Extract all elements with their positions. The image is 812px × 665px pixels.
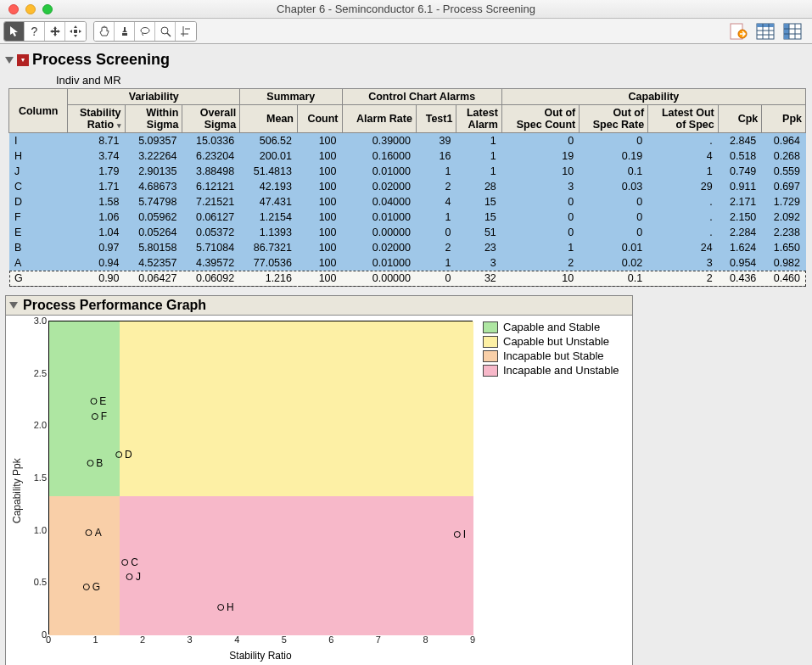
table-cell: 0.749 <box>718 164 762 179</box>
table-row[interactable]: J1.792.901353.8849851.48131000.010001110… <box>9 164 806 179</box>
col-header-mean[interactable]: Mean <box>240 105 298 133</box>
table-cell: 0.16000 <box>342 148 416 164</box>
zoom-icon[interactable] <box>42 4 53 14</box>
table-row[interactable]: F1.060.059620.061271.21541000.0100011500… <box>9 210 806 225</box>
magnifier-tool-icon[interactable] <box>155 22 176 41</box>
brush-tool-icon[interactable] <box>115 22 135 41</box>
data-point[interactable]: E <box>90 395 106 407</box>
table-cell: 5.74798 <box>125 194 182 210</box>
col-header-out-spec-count[interactable]: Out of Spec Count <box>501 105 579 133</box>
disclosure-triangle-icon[interactable] <box>9 302 18 309</box>
col-header-out-spec-rate[interactable]: Out of Spec Rate <box>580 105 648 133</box>
table-cell: 1.729 <box>762 194 806 210</box>
table-cell: 51 <box>456 225 501 240</box>
table-cell: 0 <box>580 133 648 149</box>
table-cell: H <box>9 148 68 164</box>
table-row[interactable]: C1.714.686736.1212142.1931000.0200022830… <box>9 179 806 194</box>
table-cell: 3.22264 <box>125 148 182 164</box>
minimize-icon[interactable] <box>25 4 36 14</box>
table-cell: 3 <box>501 179 579 194</box>
table-cell: 4 <box>416 194 456 210</box>
table-cell: 0.01000 <box>342 210 416 225</box>
export-script-icon[interactable] <box>727 20 749 42</box>
table-cell: 2.284 <box>718 225 762 240</box>
table-cell: 5.09357 <box>125 133 182 149</box>
table-cell: 28 <box>456 179 501 194</box>
table-row[interactable]: G0.900.064270.060921.2161000.00000032100… <box>9 271 806 287</box>
crosshair-tool-icon[interactable] <box>176 22 196 41</box>
table-cell: 8.71 <box>68 133 125 149</box>
disclosure-triangle-icon[interactable] <box>5 57 14 64</box>
svg-rect-9 <box>757 24 774 27</box>
table-row[interactable]: E1.040.052640.053721.13931000.0000005100… <box>9 225 806 240</box>
table-row[interactable]: I8.715.0935715.0336506.521000.3900039100… <box>9 133 806 149</box>
table-row[interactable]: A0.944.523574.3957277.05361000.010001320… <box>9 255 806 271</box>
data-point[interactable]: I <box>454 528 466 540</box>
table-cell: 100 <box>297 133 342 149</box>
table-cell: 0.05372 <box>182 225 240 240</box>
table-cell: 0 <box>580 194 648 210</box>
section-header[interactable]: ▾ Process Screening <box>5 51 807 69</box>
table-cell: 19 <box>501 148 579 164</box>
zoom-tool-icon[interactable] <box>65 22 86 41</box>
table-cell: 1.1393 <box>240 225 298 240</box>
toolbar: ? <box>0 19 812 44</box>
table-cell: 0 <box>416 271 456 287</box>
hand-tool-icon[interactable] <box>94 22 115 41</box>
table-cell: 6.12121 <box>182 179 240 194</box>
table-cell: 29 <box>648 179 719 194</box>
table-cell: 2.238 <box>762 225 806 240</box>
col-header-overall-sigma[interactable]: Overall Sigma <box>182 105 240 133</box>
col-header-test1[interactable]: Test1 <box>416 105 456 133</box>
col-header-ppk[interactable]: Ppk <box>762 105 806 133</box>
table-cell: 4.52357 <box>125 255 182 271</box>
table-cell: 506.52 <box>240 133 298 149</box>
table-row[interactable]: D1.585.747987.2152147.4311000.0400041500… <box>9 194 806 210</box>
data-point[interactable]: C <box>121 556 138 568</box>
hotspot-menu-icon[interactable]: ▾ <box>17 54 29 66</box>
table-cell: D <box>9 194 68 210</box>
table-cell: 6.23204 <box>182 148 240 164</box>
scatter-plot[interactable]: IHJCDFEBAG <box>48 321 473 634</box>
column-table-icon[interactable] <box>781 20 804 42</box>
table-cell: A <box>9 255 68 271</box>
data-point[interactable]: H <box>217 601 234 613</box>
table-cell: 1 <box>456 164 501 179</box>
col-header-cpk[interactable]: Cpk <box>718 105 762 133</box>
table-cell: 1.58 <box>68 194 125 210</box>
col-header-latest-alarm[interactable]: Latest Alarm <box>456 105 501 133</box>
table-cell: C <box>9 179 68 194</box>
data-point[interactable]: G <box>83 581 100 593</box>
data-table-icon[interactable] <box>754 20 776 42</box>
data-point[interactable]: J <box>126 571 141 583</box>
section-title: Process Screening <box>32 51 170 69</box>
data-point[interactable]: F <box>92 411 107 422</box>
table-cell: 0.559 <box>762 164 806 179</box>
arrow-tool-icon[interactable] <box>4 22 25 41</box>
lasso-tool-icon[interactable] <box>135 22 155 41</box>
graph-header[interactable]: Process Performance Graph <box>6 296 632 316</box>
data-point[interactable]: B <box>87 457 103 469</box>
help-tool-icon[interactable]: ? <box>25 22 45 41</box>
col-header-column[interactable]: Column <box>9 89 68 133</box>
table-cell: 100 <box>297 240 342 255</box>
col-header-latest-out-spec[interactable]: Latest Out of Spec <box>648 105 719 133</box>
table-cell: 0.05962 <box>125 210 182 225</box>
svg-line-2 <box>167 33 171 36</box>
scroll-tool-icon[interactable] <box>45 22 65 41</box>
col-header-within-sigma[interactable]: Within Sigma <box>125 105 182 133</box>
data-point[interactable]: A <box>86 527 102 539</box>
table-cell: 1.79 <box>68 164 125 179</box>
table-cell: 4 <box>648 148 719 164</box>
table-row[interactable]: B0.975.801585.7108486.73211000.020002231… <box>9 240 806 255</box>
col-header-count[interactable]: Count <box>297 105 342 133</box>
col-header-alarm-rate[interactable]: Alarm Rate <box>342 105 416 133</box>
table-cell: 3 <box>648 255 719 271</box>
table-cell: 3.88498 <box>182 164 240 179</box>
close-icon[interactable] <box>8 4 19 14</box>
col-header-stability-ratio[interactable]: Stability Ratio ▾ <box>68 105 125 133</box>
table-row[interactable]: H3.743.222646.23204200.011000.1600016119… <box>9 148 806 164</box>
table-cell: 0.90 <box>68 271 125 287</box>
data-point[interactable]: D <box>115 449 132 461</box>
table-cell: 100 <box>297 194 342 210</box>
